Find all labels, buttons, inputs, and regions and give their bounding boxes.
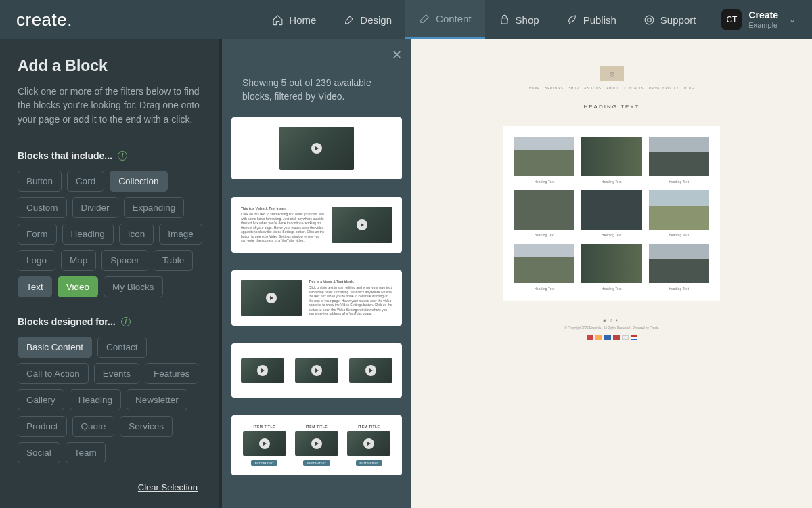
video-thumb: [279, 127, 354, 170]
preview-image: [514, 244, 574, 283]
preview-payment-badges: [438, 335, 785, 340]
preview-social-icons: ◉ f ✦: [438, 318, 785, 322]
preview-nav-item: ABOUT: [607, 87, 619, 90]
filter-tag-table[interactable]: Table: [154, 250, 193, 271]
item-title: ITEM TITLE: [254, 425, 275, 429]
sidebar-desc: Click one or more of the filters below t…: [18, 85, 204, 126]
play-icon: [311, 143, 322, 154]
filter-tag-services[interactable]: Services: [120, 416, 173, 437]
video-thumb: [295, 358, 338, 383]
filter-tag-divider[interactable]: Divider: [72, 197, 118, 218]
filter-tag-card[interactable]: Card: [67, 171, 104, 192]
filter-tag-map[interactable]: Map: [61, 250, 96, 271]
nav-content[interactable]: Content: [405, 0, 485, 39]
filter-tag-video[interactable]: Video: [58, 276, 98, 297]
video-thumb: [295, 431, 338, 456]
preview-image: [581, 244, 641, 283]
preview-image: [649, 137, 709, 176]
block-card-text-left-video-right[interactable]: This is a Video & Text block. Click on t…: [231, 197, 402, 253]
brush-icon: [343, 14, 355, 26]
play-icon: [363, 438, 374, 449]
clear-selection-link[interactable]: Clear Selection: [18, 482, 204, 492]
nav-label: Content: [436, 13, 472, 24]
sample-button: BUTTON TEXT: [356, 460, 383, 466]
block-sample-text: This is a Video & Text block. Click on t…: [309, 280, 392, 316]
close-icon[interactable]: ✕: [392, 47, 402, 62]
user-menu[interactable]: CT Create Example ⌄: [721, 9, 796, 30]
preview-image: [581, 190, 641, 230]
user-sub: Example: [748, 21, 778, 30]
section-include-label: Blocks that include... i: [18, 150, 204, 161]
video-thumb: [347, 431, 390, 456]
nav-design[interactable]: Design: [330, 0, 405, 39]
lifebuoy-icon: [644, 14, 655, 26]
sample-button: BUTTON TEXT: [251, 460, 278, 466]
filter-tag-basic-content[interactable]: Basic Content: [18, 337, 92, 358]
nav-support[interactable]: Support: [630, 0, 710, 39]
section-designed-label: Blocks designed for... i: [18, 316, 204, 327]
nav-publish[interactable]: Publish: [553, 0, 630, 39]
nav-label: Home: [289, 14, 316, 26]
filter-tag-quote[interactable]: Quote: [72, 416, 115, 437]
filter-tag-heading[interactable]: Heading: [62, 224, 114, 245]
preview-logo: ◎: [600, 66, 624, 81]
play-icon: [259, 438, 270, 449]
filter-tag-events[interactable]: Events: [94, 363, 139, 384]
preview-image: [649, 190, 709, 230]
preview-nav-item: ABOUTUS: [584, 87, 601, 90]
filter-tag-icon[interactable]: Icon: [119, 224, 154, 245]
filter-tag-spacer[interactable]: Spacer: [102, 250, 148, 271]
nav-label: Publish: [583, 14, 616, 26]
filter-tag-button[interactable]: Button: [18, 171, 62, 192]
filter-tag-form[interactable]: Form: [18, 224, 57, 245]
rocket-icon: [566, 14, 578, 26]
filter-tag-collection[interactable]: Collection: [110, 171, 167, 192]
filter-tag-call-to-action[interactable]: Call to Action: [18, 363, 89, 384]
play-icon: [365, 365, 376, 376]
preview-heading: HEADING TEXT: [438, 104, 785, 110]
home-icon: [272, 14, 284, 26]
filter-tag-text[interactable]: Text: [18, 276, 52, 297]
filter-tag-gallery[interactable]: Gallery: [18, 389, 64, 410]
chevron-down-icon: ⌄: [789, 15, 796, 24]
preview-grid: Heading Text Heading Text Heading Text H…: [503, 126, 720, 301]
user-name: Create: [748, 9, 778, 21]
nav-label: Support: [660, 14, 696, 26]
preview-nav-item: PRIVACY POLICY: [649, 87, 679, 90]
info-icon[interactable]: i: [118, 151, 127, 161]
designed-tag-group: Basic ContentContactCall to ActionEvents…: [18, 337, 204, 463]
video-thumb: [241, 280, 302, 316]
results-column: ✕ Showing 5 out of 239 available blocks,…: [222, 39, 411, 508]
nav-home[interactable]: Home: [258, 0, 330, 39]
info-icon[interactable]: i: [121, 317, 131, 326]
preview-image: [649, 244, 709, 283]
filter-tag-heading[interactable]: Heading: [70, 389, 121, 410]
block-card-three-videos[interactable]: [231, 343, 402, 398]
preview-image: [514, 137, 574, 176]
filter-tag-logo[interactable]: Logo: [18, 250, 55, 271]
svg-point-1: [648, 18, 652, 22]
filter-tag-social[interactable]: Social: [18, 442, 60, 463]
nav-label: Design: [360, 14, 392, 26]
filter-tag-custom[interactable]: Custom: [18, 197, 67, 218]
block-card-video-centered[interactable]: [231, 117, 402, 179]
filter-tag-contact[interactable]: Contact: [97, 337, 147, 358]
item-title: ITEM TITLE: [306, 425, 328, 429]
preview-image: [581, 137, 641, 176]
block-card-three-videos-titled[interactable]: ITEM TITLE BUTTON TEXT ITEM TITLE BUTTON…: [231, 415, 402, 475]
filter-tag-image[interactable]: Image: [159, 224, 202, 245]
filter-tag-my-blocks[interactable]: My Blocks: [104, 276, 163, 297]
filter-tag-team[interactable]: Team: [66, 442, 106, 463]
block-card-video-left-text-right[interactable]: This is a Video & Text block. Click on t…: [231, 270, 402, 326]
filter-tag-expanding[interactable]: Expanding: [124, 197, 185, 218]
nav-shop[interactable]: Shop: [485, 0, 553, 39]
filter-tag-features[interactable]: Features: [145, 363, 198, 384]
preview-nav-item: HOME: [529, 87, 540, 90]
video-thumb: [243, 431, 286, 456]
filter-tag-product[interactable]: Product: [18, 416, 67, 437]
include-tag-group: ButtonCardCollectionCustomDividerExpandi…: [18, 171, 204, 297]
brand-logo[interactable]: create: [16, 9, 72, 30]
filter-sidebar: Add a Block Click one or more of the fil…: [0, 39, 222, 508]
page-preview[interactable]: ◎ HOMESERVICESSHOPABOUTUSABOUTCONTACTSPR…: [411, 39, 812, 508]
filter-tag-newsletter[interactable]: Newsletter: [127, 389, 187, 410]
